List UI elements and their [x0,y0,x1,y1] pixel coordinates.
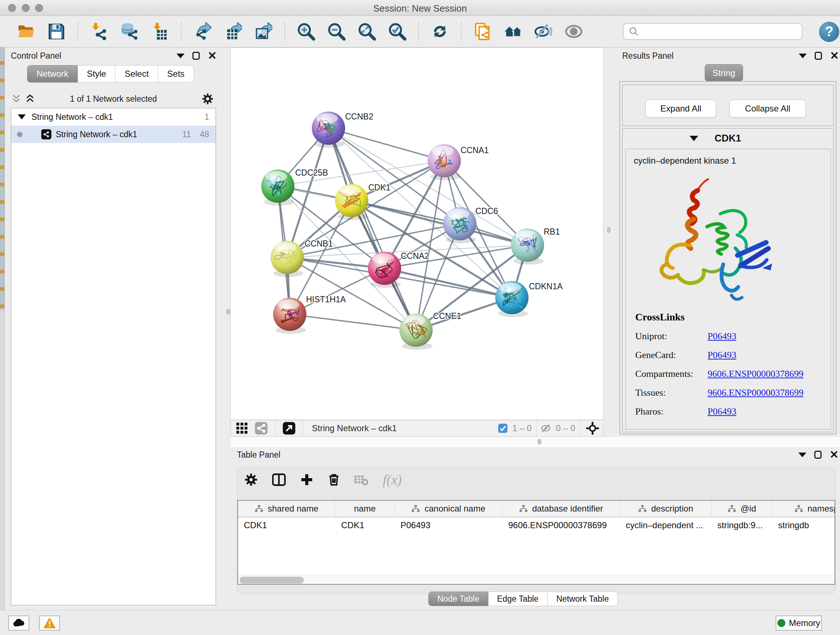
hide-selected-button[interactable] [534,22,553,41]
tab-edge-table[interactable]: Edge Table [488,592,548,606]
tab-sets[interactable]: Sets [158,65,194,82]
import-network-icon [90,22,108,41]
control-panel-menu-button[interactable] [177,54,185,58]
gear-icon[interactable] [202,93,214,105]
table-cell[interactable]: stringdb:9... [712,518,772,532]
column-header-shared-name[interactable]: shared name [238,501,335,516]
search-input[interactable] [623,23,802,40]
node-label-ccnb2: CCNB2 [345,112,373,121]
results-tab-string[interactable]: String [705,64,743,81]
clone-network-button[interactable] [473,22,492,41]
crosslink-link[interactable]: 9606.ENSP00000378699 [707,387,804,398]
add-column-icon[interactable] [300,472,314,487]
grid-view-icon[interactable] [236,422,248,434]
node-label-ccna1: CCNA1 [461,146,489,155]
column-header-name[interactable]: name [335,501,395,516]
memory-button[interactable]: Memory [775,616,822,631]
refresh-button[interactable] [431,22,449,41]
column-header-canonical-name[interactable]: canonical name [395,501,502,516]
column-header-namespace[interactable]: namespace [772,501,835,516]
tab-node-table[interactable]: Node Table [428,592,488,606]
network-canvas[interactable]: CCNB2CCNA1CDC25BCDK1CDC6RB1CCNB1CCNA2CDK… [231,48,603,420]
tab-network-table[interactable]: Network Table [548,592,618,606]
show-all-button[interactable] [564,22,583,41]
network-row[interactable]: String Network – cdk1 11 48 [11,126,216,143]
network-badge-icon[interactable] [255,422,268,435]
hidden-eye-icon [541,423,552,434]
control-panel-close-button[interactable]: ✕ [208,52,217,60]
table-panel-menu-button[interactable] [798,453,806,457]
results-panel-close-button[interactable]: ✕ [830,52,839,60]
results-panel-float-button[interactable] [815,52,822,60]
zoom-fit-icon [358,22,376,41]
window-titlebar: Session: New Session [0,0,840,16]
delete-table-icon [354,472,368,487]
collection-expand-caret[interactable] [18,114,26,119]
tab-style[interactable]: Style [78,65,115,82]
import-network-database-button[interactable] [120,22,139,41]
crosslink-link[interactable]: P06493 [707,350,736,361]
horizontal-splitter[interactable] [231,437,840,447]
crosslink-link[interactable]: P06493 [707,331,736,342]
import-table-button[interactable] [150,22,169,41]
save-session-button[interactable] [47,22,66,41]
cloud-status-button[interactable] [8,616,29,631]
table-cell[interactable]: stringdb [772,518,835,532]
expand-all-button[interactable]: Expand All [645,100,716,118]
selected-checkbox-icon[interactable] [498,423,508,433]
right-splitter-handle[interactable] [607,227,611,233]
export-image-button[interactable] [254,22,273,41]
table-header-row: shared namenamecanonical namedatabase id… [238,501,835,517]
network-node-count: 11 [182,130,191,139]
selected-count: 1 – 0 [512,423,531,433]
export-network-button[interactable] [193,22,212,41]
table-panel: Table Panel ✕ f(x) shared namenamecanoni… [231,447,840,610]
column-header-description[interactable]: description [620,501,712,516]
table-cell[interactable]: CDK1 [238,518,335,532]
node-entry-header[interactable]: CDK1 [622,128,833,148]
crosslink-link[interactable]: 9606.ENSP00000378699 [707,369,804,379]
table-panel-float-button[interactable] [814,451,821,459]
hidden-count: 0 – 0 [556,423,575,433]
crosslink-row: GeneCard:P06493 [635,350,804,361]
tab-select[interactable]: Select [115,65,158,82]
export-network-icon [194,22,212,41]
zoom-out-button[interactable] [327,22,346,41]
network-collection-row[interactable]: String Network – cdk1 1 [11,108,216,126]
protein-structure-image [638,171,787,310]
table-panel-close-button[interactable]: ✕ [829,451,838,459]
results-panel-menu-button[interactable] [799,54,807,58]
left-splitter-handle[interactable] [226,309,230,315]
zoom-in-button[interactable] [297,22,316,41]
scrollbar-thumb[interactable] [240,577,304,584]
first-neighbors-button[interactable] [504,22,523,41]
column-header-database-identifier[interactable]: database identifier [502,501,620,516]
crosslink-label: GeneCard: [635,350,707,361]
show-columns-icon[interactable] [271,472,286,487]
collapse-all-button[interactable]: Collapse All [729,100,806,118]
column-header--id[interactable]: @id [712,501,772,516]
node-label-rb1: RB1 [544,227,560,236]
birds-eye-toggle-icon[interactable] [586,421,600,435]
table-cell[interactable]: CDK1 [335,518,395,532]
open-session-button[interactable] [17,22,35,41]
warning-status-button[interactable] [39,616,60,631]
export-table-button[interactable] [224,22,242,41]
table-cell[interactable]: cyclin–dependent ... [620,518,712,532]
splitter-handle[interactable] [538,439,541,445]
help-button[interactable]: ? [819,22,839,42]
table-horizontal-scrollbar[interactable] [238,575,835,585]
control-panel-float-button[interactable] [193,52,200,60]
crosslink-link[interactable]: P06493 [707,406,736,417]
delete-column-icon[interactable] [327,472,341,487]
zoom-fit-button[interactable] [357,22,376,41]
tab-network[interactable]: Network [27,65,78,82]
table-settings-gear-icon[interactable] [244,472,258,487]
toolbar-separator [284,22,285,41]
import-network-button[interactable] [90,22,109,41]
zoom-selected-button[interactable] [388,22,407,41]
open-in-window-icon[interactable] [283,422,295,435]
table-cell[interactable]: P06493 [395,518,502,532]
table-cell[interactable]: 9606.ENSP00000378699 [502,518,620,532]
results-panel: Results Panel ✕ String Expand All Collap… [615,48,840,437]
